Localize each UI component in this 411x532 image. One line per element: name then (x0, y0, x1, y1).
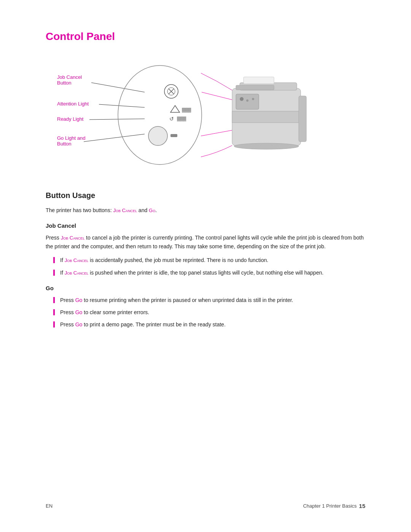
svg-rect-20 (170, 134, 177, 137)
job-cancel-title: Job Cancel (46, 222, 365, 229)
svg-rect-33 (244, 77, 274, 84)
job-cancel-body: Press Job Cancel to cancel a job the pri… (46, 233, 365, 251)
svg-point-10 (118, 66, 202, 165)
svg-text:▓▓▓: ▓▓▓ (177, 116, 186, 121)
svg-point-19 (148, 126, 167, 145)
svg-text:Button: Button (57, 80, 72, 86)
svg-text:▓▓▓: ▓▓▓ (182, 107, 191, 113)
bullet-text: If Job Cancel is pushed when the printer… (60, 268, 323, 277)
svg-point-32 (234, 143, 299, 149)
go-ref-2: Go (75, 309, 83, 315)
svg-marker-15 (170, 105, 180, 112)
footer: EN Chapter 1 Printer Basics 15 (0, 503, 411, 509)
bullet-bar-icon (53, 297, 55, 303)
bullet-item: If Job Cancel is pushed when the printer… (53, 268, 365, 277)
footer-page-number: 15 (359, 503, 365, 509)
page: Control Panel Job Cancel Button Attentio… (0, 0, 411, 532)
control-panel-diagram: Job Cancel Button Attention Light Ready … (46, 58, 312, 168)
job-cancel-bullets: If Job Cancel is accidentally pushed, th… (53, 256, 365, 277)
bullet-text: If Job Cancel is accidentally pushed, th… (60, 256, 268, 265)
svg-line-21 (202, 92, 232, 100)
diagram-section: Job Cancel Button Attention Light Ready … (46, 58, 365, 172)
bullet-text: Press Go to print a demo page. The print… (60, 320, 226, 329)
svg-line-2 (91, 83, 145, 92)
svg-rect-31 (299, 96, 306, 142)
svg-line-9 (84, 134, 145, 142)
job-cancel-ref: Job Cancel (113, 208, 137, 213)
footer-left: EN (46, 503, 53, 509)
go-ref: Go (149, 208, 155, 213)
go-ref-1: Go (75, 297, 83, 303)
job-cancel-inline: Job Cancel (61, 235, 85, 241)
bullet-item: Press Go to clear some printer errors. (53, 308, 365, 316)
jc-ref-2: Job Cancel (65, 270, 89, 276)
button-usage-section: Button Usage The printer has two buttons… (46, 191, 365, 329)
go-ref-3: Go (75, 321, 83, 328)
footer-right: Chapter 1 Printer Basics 15 (303, 503, 365, 509)
bullet-item: If Job Cancel is accidentally pushed, th… (53, 256, 365, 265)
svg-text:Attention Light: Attention Light (57, 101, 89, 107)
go-bullets: Press Go to resume printing when the pri… (53, 296, 365, 329)
svg-text:Ready Light: Ready Light (57, 116, 84, 122)
svg-line-4 (99, 104, 145, 107)
bullet-item: Press Go to print a demo page. The print… (53, 320, 365, 329)
bullet-bar-icon (53, 257, 55, 263)
jc-ref-1: Job Cancel (65, 257, 89, 263)
diagram-image: Job Cancel Button Attention Light Ready … (46, 58, 312, 168)
svg-point-30 (252, 98, 254, 100)
page-title: Control Panel (46, 30, 365, 43)
svg-text:Job Cancel: Job Cancel (57, 74, 82, 80)
go-title: Go (46, 285, 365, 291)
bullet-text: Press Go to clear some printer errors. (60, 308, 149, 316)
bullet-bar-icon (53, 270, 55, 276)
svg-text:↺: ↺ (169, 116, 174, 122)
footer-chapter-label: Chapter 1 Printer Basics (303, 503, 357, 509)
bullet-bar-icon (53, 309, 55, 315)
button-usage-intro: The printer has two buttons: Job Cancel … (46, 206, 365, 215)
svg-point-29 (246, 99, 249, 102)
button-usage-title: Button Usage (46, 191, 365, 200)
bullet-item: Press Go to resume printing when the pri… (53, 296, 365, 304)
svg-line-22 (201, 130, 232, 136)
bullet-bar-icon (53, 321, 55, 328)
svg-rect-25 (236, 85, 274, 90)
svg-line-6 (89, 119, 145, 120)
svg-text:Button: Button (57, 141, 72, 147)
svg-text:Go Light and: Go Light and (57, 135, 85, 141)
bullet-text: Press Go to resume printing when the pri… (60, 296, 293, 304)
svg-point-28 (240, 97, 244, 101)
svg-rect-26 (232, 111, 301, 123)
